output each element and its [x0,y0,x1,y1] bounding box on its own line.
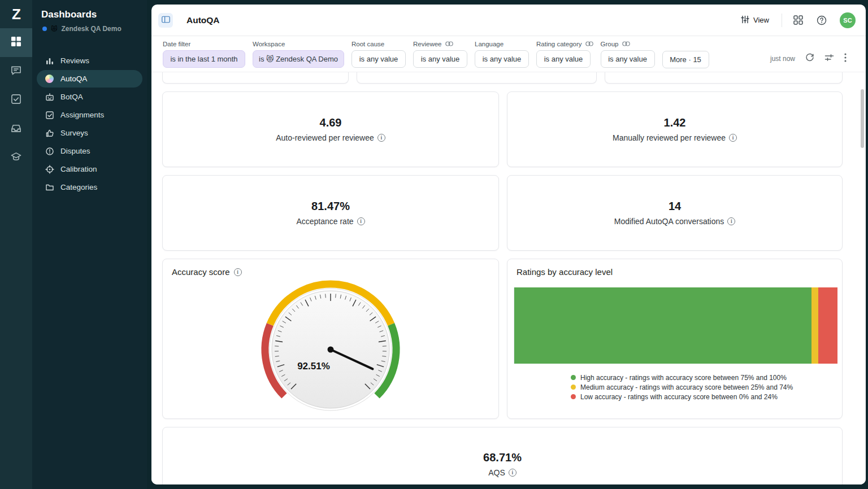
workspace-status-dot [42,27,47,31]
date-filter-chip[interactable]: is in the last 1 month [163,50,245,68]
stat-value: 4.69 [320,116,342,129]
bar-chart-icon [45,56,54,66]
dashboard-content: 4.69 Auto-reviewed per reviewee 1.42 Man… [151,72,866,484]
language-filter-chip[interactable]: is any value [475,50,529,68]
stat-label: Acceptance rate [296,217,353,226]
info-icon[interactable] [377,134,385,142]
sliders-icon [741,15,749,25]
bar-segment-high[interactable] [514,287,811,364]
last-updated-text: just now [770,55,795,63]
sidebar-item-label: Disputes [60,147,90,155]
panel-layout-icon [162,15,170,25]
sidebar-item-disputes[interactable]: Disputes [37,142,142,160]
filter-label: Date filter [163,41,190,47]
sidebar-item-label: Categories [60,183,97,191]
main-panel: AutoQA View SC Date filter is in the las… [151,5,866,484]
stat-value: 68.71% [483,451,522,464]
sidebar-item-calibration[interactable]: Calibration [37,160,142,178]
rail-item-conversations[interactable] [0,57,32,86]
accuracy-gauge: 92.51% [163,279,498,416]
legend-item-high: High accuracy - ratings with accuracy sc… [571,373,842,382]
filter-group: Group is any value [601,41,655,72]
target-icon [45,164,54,174]
kebab-menu-icon[interactable] [844,53,847,64]
user-avatar[interactable]: SC [840,12,856,28]
info-icon[interactable] [234,268,242,276]
workspace-indicator[interactable]: 😻 Zendesk QA Demo [32,25,147,33]
robot-icon [45,92,54,102]
stat-card-auto-reviewed: 4.69 Auto-reviewed per reviewee [162,91,499,167]
page-title: AutoQA [186,15,220,25]
stat-card-manually-reviewed: 1.42 Manually reviewed per reviewee [507,91,843,167]
workspace-name: Zendesk QA Demo [61,25,121,33]
sidebar-item-label: Assignments [60,111,104,119]
sidebar-toggle-button[interactable] [158,13,173,28]
apps-grid-icon[interactable] [792,15,804,26]
sidebar-item-assignments[interactable]: Assignments [37,106,142,124]
bar-segment-medium[interactable] [811,287,818,364]
sidebar-item-label: BotQA [60,93,83,101]
chart-legend: High accuracy - ratings with accuracy sc… [571,373,842,401]
stat-row-2: 81.47% Acceptance rate 14 Modified AutoQ… [162,175,843,251]
sidebar-item-label: Calibration [60,165,97,173]
ratings-accuracy-card: Ratings by accuracy level High accuracy … [507,259,843,419]
legend-item-low: Low accuracy - ratings with accuracy sco… [571,392,842,401]
rail-item-tasks[interactable] [0,86,32,115]
sidebar-item-botqa[interactable]: BotQA [37,88,142,106]
reviewee-filter-chip[interactable]: is any value [413,50,467,68]
alert-circle-icon [45,146,54,156]
help-icon[interactable] [816,15,827,26]
sidebar-item-label: AutoQA [60,75,87,83]
legend-item-medium: Medium accuracy - ratings with accuracy … [571,382,842,392]
stat-label: AQS [488,468,505,477]
inbox-tray-icon [11,123,21,136]
coaching-graduation-cap-icon [11,151,21,164]
filter-label: Group [601,41,619,47]
stat-value: 81.47% [311,200,350,213]
view-button[interactable]: View [741,15,769,25]
filter-label: Reviewee [413,41,442,47]
rail-item-dashboards[interactable] [0,28,32,57]
zendesk-logo[interactable]: Z [0,0,32,28]
refresh-icon[interactable] [805,53,814,64]
sidebar-item-reviews[interactable]: Reviews [37,52,142,69]
more-filters-chip[interactable]: More · 15 [662,51,709,68]
legend-dot-high [571,375,576,380]
stacked-bar [514,287,837,364]
partial-card [162,72,349,84]
legend-dot-low [571,394,576,399]
rating-category-filter-chip[interactable]: is any value [536,50,591,68]
stat-value: 14 [669,200,681,213]
filter-label: Root cause [351,41,384,47]
sidebar-item-categories[interactable]: Categories [37,178,142,196]
workspace-filter-chip[interactable]: is 😻 Zendesk QA Demo [253,50,344,68]
sidebar-menu: Reviews AutoQA BotQA Assignments Surveys [32,52,147,196]
root-cause-filter-chip[interactable]: is any value [351,50,406,68]
filter-bar: Date filter is in the last 1 month Works… [151,36,866,72]
info-icon[interactable] [509,469,517,477]
dashboards-grid-icon [11,36,21,49]
scrollbar-thumb[interactable] [861,89,864,148]
info-icon[interactable] [729,134,737,142]
legend-text: Low accuracy - ratings with accuracy sco… [580,393,778,401]
sidebar-item-autoqa[interactable]: AutoQA [37,70,142,88]
group-filter-chip[interactable]: is any value [601,50,655,68]
folder-icon [45,182,54,192]
charts-row: Accuracy score [162,259,843,419]
filter-more: More · 15 [662,41,709,72]
stat-value: 1.42 [664,116,686,129]
sidebar-item-surveys[interactable]: Surveys [37,124,142,142]
rail-item-inbox[interactable] [0,115,32,143]
info-icon[interactable] [727,217,735,225]
sidebar-item-label: Surveys [60,129,88,137]
info-icon[interactable] [357,217,365,225]
partial-card-row [162,72,843,84]
rail-item-coaching[interactable] [0,143,32,172]
refresh-cluster: just now [770,53,847,64]
bar-segment-low[interactable] [818,287,837,364]
chart-title: Accuracy score [172,267,230,277]
conversations-chat-icon [11,65,21,78]
legend-text: Medium accuracy - ratings with accuracy … [580,383,793,391]
filter-lines-icon[interactable] [824,54,834,64]
view-label: View [753,16,769,24]
